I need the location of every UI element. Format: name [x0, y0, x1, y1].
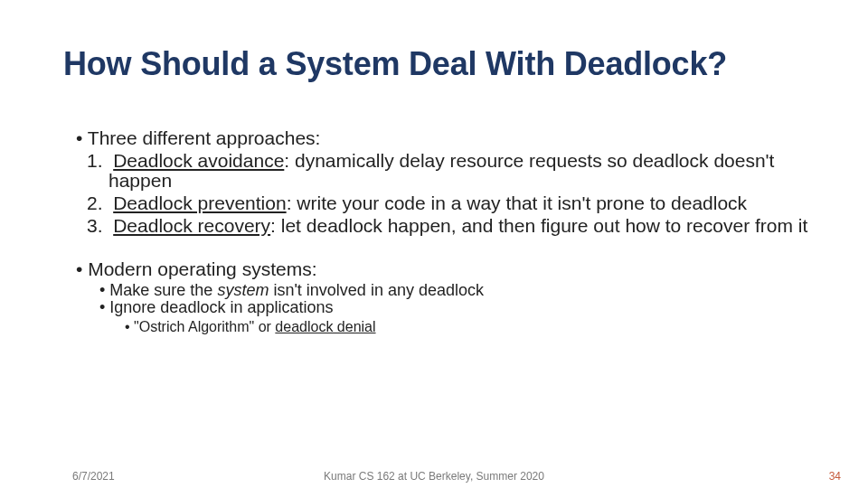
ostrich-pre: "Ostrich Algorithm" or: [134, 319, 275, 334]
footer-center: Kumar CS 162 at UC Berkeley, Summer 2020: [0, 470, 868, 483]
item-num: 2.: [87, 192, 103, 213]
item-1: 1. Deadlock avoidance: dynamically delay…: [71, 151, 823, 192]
sub-1: Make sure the system isn't involved in a…: [71, 282, 823, 299]
sub-post: isn't involved in any deadlock: [269, 281, 484, 299]
item-num: 1.: [87, 150, 103, 171]
footer-page-num: 34: [829, 470, 841, 483]
sub-em: system: [217, 281, 269, 299]
bullet-intro: Three different approaches:: [71, 128, 823, 149]
item-rest: : write your code in a way that it isn't…: [287, 192, 747, 213]
item-2: 2. Deadlock prevention: write your code …: [71, 193, 823, 214]
sub-ostrich: "Ostrich Algorithm" or deadlock denial: [71, 319, 823, 334]
ostrich-u: deadlock denial: [275, 319, 375, 334]
item-term: Deadlock prevention: [113, 192, 286, 213]
item-num: 3.: [87, 215, 103, 236]
slide-body: Three different approaches: 1. Deadlock …: [71, 128, 823, 334]
sub-pre: Make sure the: [109, 281, 217, 299]
item-term: Deadlock recovery: [113, 215, 270, 236]
sub-pre: Ignore deadlock in applications: [109, 298, 333, 316]
sub-2: Ignore deadlock in applications: [71, 299, 823, 316]
bullet-modern: Modern operating systems:: [71, 259, 823, 280]
slide-title: How Should a System Deal With Deadlock?: [63, 45, 727, 83]
item-term: Deadlock avoidance: [113, 150, 284, 171]
slide: How Should a System Deal With Deadlock? …: [0, 0, 868, 488]
item-3: 3. Deadlock recovery: let deadlock happe…: [71, 216, 823, 237]
item-rest: : let deadlock happen, and then figure o…: [270, 215, 807, 236]
